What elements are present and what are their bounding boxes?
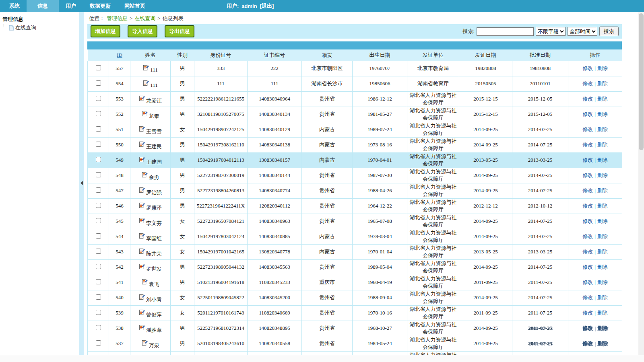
- edit-link[interactable]: 修改: [582, 157, 593, 163]
- edit-link[interactable]: 修改: [582, 172, 593, 178]
- delete-link[interactable]: 删除: [597, 111, 608, 117]
- logout-link[interactable]: [退出]: [260, 2, 274, 10]
- row-checkbox[interactable]: [96, 96, 101, 101]
- search-input[interactable]: [477, 27, 534, 36]
- edit-link[interactable]: 修改: [582, 142, 593, 148]
- search-button[interactable]: 搜索: [599, 27, 619, 36]
- edit-link[interactable]: 修改: [582, 310, 593, 316]
- edit-link[interactable]: 修改: [582, 294, 593, 300]
- edit-link[interactable]: 修改: [582, 187, 593, 193]
- edit-doc-icon[interactable]: [139, 95, 145, 101]
- time-select[interactable]: 全部时间: [568, 27, 597, 36]
- row-checkbox[interactable]: [96, 249, 101, 254]
- delete-link[interactable]: 删除: [597, 325, 608, 331]
- edit-link[interactable]: 修改: [582, 111, 593, 117]
- edit-doc-icon[interactable]: [139, 187, 145, 193]
- delete-link[interactable]: 删除: [597, 264, 608, 270]
- edit-doc-icon[interactable]: [139, 202, 145, 208]
- row-checkbox[interactable]: [96, 142, 101, 147]
- nav-item-data-update[interactable]: 数据更新: [83, 0, 118, 12]
- export-info-button[interactable]: 导出信息: [165, 25, 194, 37]
- row-checkbox[interactable]: [96, 65, 101, 70]
- breadcrumb-link-online-query[interactable]: 在线查询: [134, 15, 155, 22]
- delete-link[interactable]: 删除: [597, 187, 608, 193]
- edit-doc-icon[interactable]: [139, 309, 145, 315]
- row-id-cell: 553: [109, 91, 130, 107]
- edit-link[interactable]: 修改: [582, 264, 593, 270]
- delete-link[interactable]: 删除: [597, 142, 608, 148]
- row-checkbox[interactable]: [96, 340, 101, 346]
- person-name: 万泉: [149, 342, 159, 349]
- sidebar-item-online-query[interactable]: 在线查询: [4, 24, 76, 31]
- edit-doc-icon[interactable]: [139, 263, 145, 269]
- delete-link[interactable]: 删除: [597, 218, 608, 224]
- delete-link[interactable]: 删除: [597, 65, 608, 71]
- edit-link[interactable]: 修改: [582, 203, 593, 209]
- nav-item-user[interactable]: 用户: [59, 0, 83, 12]
- row-checkbox[interactable]: [96, 310, 101, 315]
- row-checkbox[interactable]: [96, 111, 101, 116]
- edit-doc-icon[interactable]: [139, 325, 145, 331]
- delete-link[interactable]: 删除: [597, 249, 608, 255]
- edit-link[interactable]: 修改: [582, 65, 593, 71]
- edit-link[interactable]: 修改: [582, 96, 593, 102]
- breadcrumb-link-manage-info[interactable]: 管理信息: [107, 15, 128, 22]
- edit-doc-icon[interactable]: [142, 111, 148, 117]
- edit-link[interactable]: 修改: [582, 233, 593, 239]
- edit-link[interactable]: 修改: [582, 80, 593, 86]
- collapse-sidebar-icon[interactable]: [80, 181, 83, 185]
- edit-doc-icon[interactable]: [143, 80, 149, 86]
- delete-link[interactable]: 删除: [597, 96, 608, 102]
- edit-doc-icon[interactable]: [139, 156, 145, 162]
- row-id-cell: 540: [109, 290, 130, 305]
- delete-link[interactable]: 删除: [597, 310, 608, 316]
- add-info-button[interactable]: 增加信息: [91, 25, 120, 37]
- vertical-scrollbar-thumb[interactable]: [639, 13, 644, 150]
- row-checkbox[interactable]: [96, 203, 101, 208]
- delete-link[interactable]: 删除: [597, 233, 608, 239]
- edit-link[interactable]: 修改: [582, 249, 593, 255]
- row-checkbox[interactable]: [96, 264, 101, 269]
- field-select[interactable]: 不限字段: [536, 27, 566, 36]
- row-checkbox[interactable]: [96, 80, 101, 86]
- edit-doc-icon[interactable]: [139, 141, 145, 147]
- row-checkbox[interactable]: [96, 325, 101, 330]
- delete-link[interactable]: 删除: [597, 279, 608, 285]
- edit-link[interactable]: 修改: [582, 340, 593, 346]
- nav-item-system[interactable]: 系统: [2, 0, 27, 12]
- row-checkbox[interactable]: [96, 126, 101, 132]
- edit-doc-icon[interactable]: [143, 65, 149, 71]
- edit-link[interactable]: 修改: [582, 218, 593, 224]
- delete-link[interactable]: 删除: [597, 172, 608, 178]
- row-checkbox[interactable]: [96, 218, 101, 223]
- edit-doc-icon[interactable]: [139, 294, 145, 300]
- edit-doc-icon[interactable]: [142, 340, 148, 346]
- import-info-button[interactable]: 导入信息: [128, 25, 157, 37]
- edit-doc-icon[interactable]: [139, 126, 145, 132]
- edit-doc-icon[interactable]: [139, 233, 145, 239]
- delete-link[interactable]: 删除: [597, 157, 608, 163]
- delete-link[interactable]: 删除: [597, 294, 608, 300]
- row-checkbox[interactable]: [96, 187, 101, 193]
- sidebar-splitter[interactable]: [79, 12, 84, 355]
- row-checkbox[interactable]: [96, 294, 101, 300]
- edit-link[interactable]: 修改: [582, 126, 593, 132]
- delete-link[interactable]: 删除: [597, 80, 608, 86]
- edit-link[interactable]: 修改: [582, 279, 593, 285]
- header-id-sort-link[interactable]: ID: [117, 52, 122, 58]
- edit-link[interactable]: 修改: [582, 325, 593, 331]
- row-checkbox[interactable]: [96, 172, 101, 177]
- nav-item-site-home[interactable]: 网站首页: [118, 0, 152, 12]
- vertical-scrollbar[interactable]: [638, 12, 644, 355]
- nav-item-info[interactable]: 信息: [27, 0, 59, 12]
- edit-doc-icon[interactable]: [142, 279, 148, 285]
- edit-doc-icon[interactable]: [139, 218, 145, 224]
- delete-link[interactable]: 删除: [597, 340, 608, 346]
- edit-doc-icon[interactable]: [142, 172, 148, 178]
- row-checkbox[interactable]: [96, 157, 101, 162]
- row-checkbox[interactable]: [96, 233, 101, 239]
- delete-link[interactable]: 删除: [597, 126, 608, 132]
- delete-link[interactable]: 删除: [597, 203, 608, 209]
- row-checkbox[interactable]: [96, 279, 101, 284]
- edit-doc-icon[interactable]: [139, 248, 145, 254]
